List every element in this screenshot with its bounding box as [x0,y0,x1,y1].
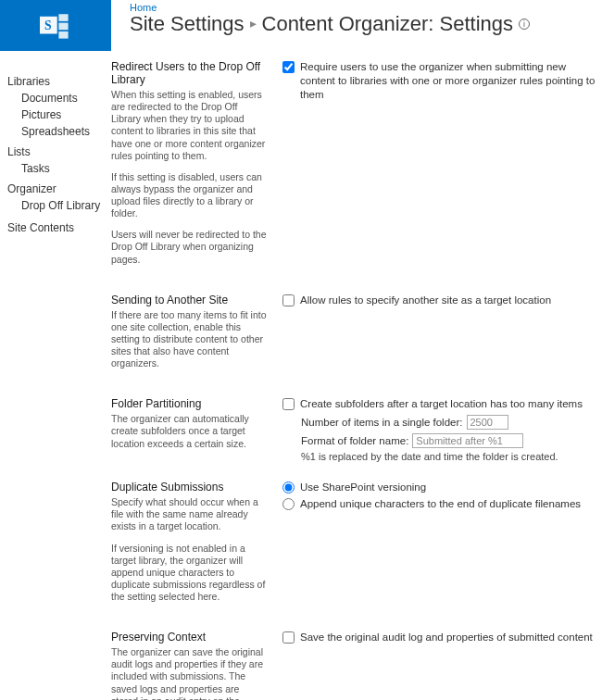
svg-text:S: S [44,19,52,32]
require-organizer-label: Require users to use the organizer when … [300,60,597,102]
nav-item-spreadsheets[interactable]: Spreadsheets [21,125,90,138]
svg-rect-4 [58,31,68,38]
section-title-duplicate: Duplicate Submissions [111,481,269,494]
svg-rect-3 [58,22,68,30]
save-audit-checkbox[interactable] [282,631,295,644]
title-segment-content-organizer: Content Organizer: Settings [262,13,513,35]
nav-heading-organizer[interactable]: Organizer [7,182,107,195]
section-desc: Specify what should occur when a file wi… [111,496,269,532]
nav-item-pictures[interactable]: Pictures [21,108,61,121]
append-chars-radio[interactable] [282,498,295,510]
section-desc: Users will never be redirected to the Dr… [111,229,269,265]
section-desc: If there are too many items to fit into … [111,309,269,370]
folder-format-note: %1 is replaced by the date and time the … [301,451,597,462]
require-organizer-checkbox[interactable] [282,61,295,73]
svg-rect-2 [58,14,68,21]
use-versioning-radio[interactable] [282,481,295,494]
folder-format-label: Format of folder name: [301,435,408,446]
create-subfolders-checkbox[interactable] [282,398,295,410]
breadcrumb-chevron-icon: ▸ [250,17,257,31]
section-title-sending: Sending to Another Site [111,294,269,306]
num-items-input[interactable] [467,415,508,430]
use-versioning-label: Use SharePoint versioning [300,481,426,494]
sharepoint-logo: S [0,0,111,51]
save-audit-label: Save the original audit log and properti… [300,631,593,644]
nav-heading-libraries[interactable]: Libraries [7,75,107,88]
page-title: Site Settings ▸ Content Organizer: Setti… [130,13,602,35]
allow-other-site-label: Allow rules to specify another site as a… [300,294,551,307]
nav-item-tasks[interactable]: Tasks [21,162,50,175]
nav-item-dropoff[interactable]: Drop Off Library [21,199,100,212]
quick-launch-nav: Libraries Documents Pictures Spreadsheet… [0,60,111,700]
info-icon[interactable]: i [519,19,530,30]
num-items-label: Number of items in a single folder: [301,417,463,428]
section-title-folder: Folder Partitioning [111,397,269,410]
section-title-preserve: Preserving Context [111,631,269,644]
create-subfolders-label: Create subfolders after a target locatio… [300,397,583,411]
folder-format-input[interactable] [412,433,523,448]
section-desc: If versioning is not enabled in a target… [111,543,269,604]
section-desc: If this setting is disabled, users can a… [111,171,269,220]
nav-item-documents[interactable]: Documents [21,92,78,105]
append-chars-label: Append unique characters to the end of d… [300,497,581,511]
section-desc: The organizer can save the original audi… [111,646,269,700]
title-segment-site-settings: Site Settings [130,13,245,35]
section-title-redirect: Redirect Users to the Drop Off Library [111,60,269,86]
allow-other-site-checkbox[interactable] [282,294,295,306]
nav-heading-lists[interactable]: Lists [7,145,107,158]
section-desc: When this setting is enabled, users are … [111,89,269,162]
nav-item-site-contents[interactable]: Site Contents [7,221,74,234]
section-desc: The organizer can automatically create s… [111,413,269,449]
